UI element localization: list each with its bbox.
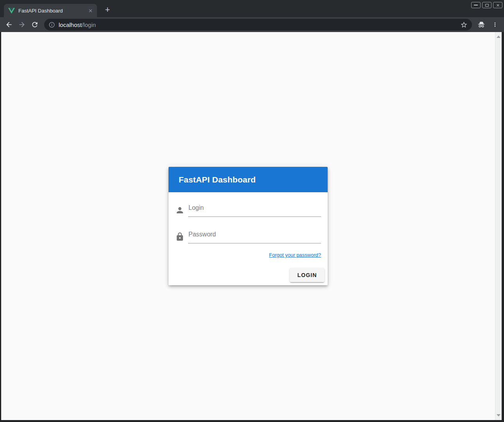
vue-favicon-icon — [8, 8, 15, 14]
forgot-password-link[interactable]: Forgot your password? — [269, 252, 321, 258]
page-background: FastAPI Dashboard — [1, 32, 495, 420]
tab-strip: FastAPI Dashboard + — [0, 0, 504, 17]
site-info-icon[interactable] — [47, 20, 56, 29]
browser-menu-icon[interactable] — [490, 20, 500, 30]
url-path: /login — [82, 21, 96, 28]
browser-toolbar: localhost/login — [0, 17, 504, 32]
url-host: localhost — [59, 21, 82, 28]
minimize-button[interactable] — [471, 2, 481, 8]
browser-tab[interactable]: FastAPI Dashboard — [4, 4, 97, 17]
maximize-icon — [485, 4, 489, 7]
reload-icon — [31, 21, 39, 29]
login-card-title: FastAPI Dashboard — [169, 167, 328, 192]
forgot-password-row: Forgot your password? — [175, 251, 321, 258]
login-field-row — [175, 202, 321, 217]
close-button[interactable] — [493, 2, 502, 8]
window-controls — [471, 2, 502, 8]
back-button[interactable] — [3, 19, 15, 30]
login-card-body: Forgot your password? LOGIN — [169, 192, 328, 285]
login-input[interactable] — [188, 202, 321, 217]
reload-button[interactable] — [29, 19, 41, 30]
lock-icon — [175, 232, 185, 241]
back-arrow-icon — [5, 21, 13, 29]
tab-title: FastAPI Dashboard — [18, 8, 87, 14]
new-tab-button[interactable]: + — [102, 4, 113, 16]
password-field-row — [175, 229, 321, 243]
minimize-icon — [474, 5, 478, 5]
address-bar[interactable]: localhost/login — [44, 19, 472, 30]
page-content: FastAPI Dashboard — [1, 32, 502, 420]
scrollbar-down-icon[interactable] — [497, 414, 500, 417]
bookmark-star-icon[interactable] — [459, 20, 468, 29]
incognito-icon — [476, 19, 487, 30]
person-icon — [175, 206, 185, 215]
maximize-button[interactable] — [482, 2, 491, 8]
login-button[interactable]: LOGIN — [290, 268, 325, 282]
login-card: FastAPI Dashboard — [169, 167, 328, 285]
page-scrollbar[interactable] — [495, 32, 502, 420]
card-actions: LOGIN — [175, 268, 325, 282]
browser-window: FastAPI Dashboard + localh — [0, 0, 504, 422]
url-text: localhost/login — [59, 21, 459, 28]
forward-arrow-icon — [18, 21, 26, 29]
scrollbar-up-icon[interactable] — [497, 36, 500, 38]
tab-close-icon[interactable] — [87, 7, 94, 14]
close-icon — [496, 3, 500, 7]
password-input[interactable] — [188, 229, 321, 243]
forward-button[interactable] — [16, 19, 28, 30]
